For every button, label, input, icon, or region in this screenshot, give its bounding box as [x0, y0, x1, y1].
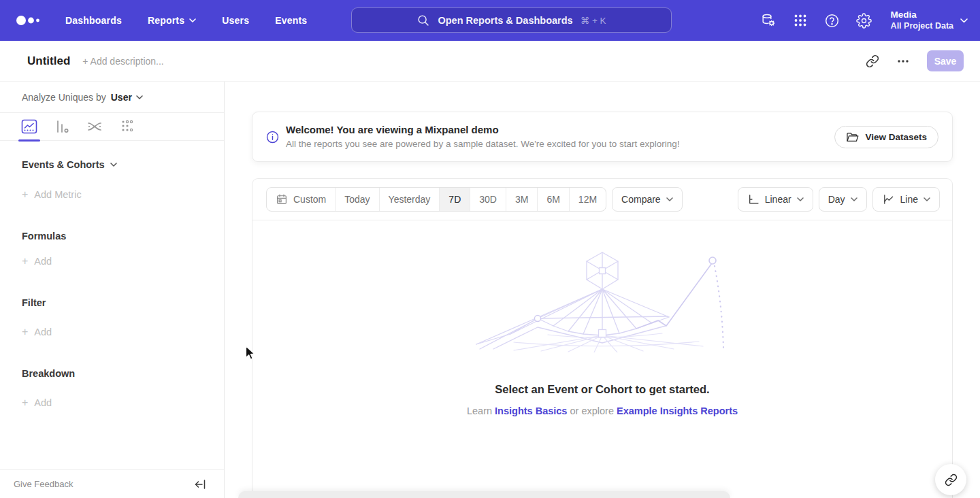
- date-range-6m[interactable]: 6M: [538, 188, 569, 211]
- events-cohorts-header[interactable]: Events & Cohorts: [22, 159, 224, 170]
- report-card: Custom Today Yesterday 7D 30D 3M 6M 12M …: [252, 178, 953, 498]
- chart-empty-state: Select an Event or Cohort to get started…: [252, 247, 952, 416]
- apps-grid-icon[interactable]: [793, 13, 808, 28]
- chevron-down-icon: [960, 18, 968, 23]
- date-range-yesterday[interactable]: Yesterday: [380, 188, 440, 211]
- date-range-custom[interactable]: Custom: [267, 188, 336, 211]
- banner-title: Welcome! You are viewing a Mixpanel demo: [286, 122, 680, 137]
- empty-state-illustration: [473, 247, 732, 352]
- data-management-icon[interactable]: [760, 12, 777, 29]
- share-link-fab[interactable]: [935, 464, 966, 495]
- date-range-30d[interactable]: 30D: [470, 188, 506, 211]
- global-search[interactable]: Open Reports & Dashboards ⌘ + K: [351, 7, 672, 33]
- chart-controls-row: Custom Today Yesterday 7D 30D 3M 6M 12M …: [252, 179, 952, 220]
- nav-events[interactable]: Events: [275, 15, 307, 26]
- insights-basics-link[interactable]: Insights Basics: [495, 405, 567, 416]
- breakdown-header: Breakdown: [22, 368, 224, 379]
- view-datasets-button[interactable]: View Datasets: [834, 126, 938, 148]
- nav-right-cluster: Media All Project Data: [760, 0, 968, 41]
- top-nav: Dashboards Reports Users Events Open Rep…: [0, 0, 980, 41]
- gear-icon[interactable]: [856, 13, 872, 29]
- more-options-icon[interactable]: [897, 59, 909, 63]
- add-breakdown-button[interactable]: +Add: [22, 397, 224, 409]
- chevron-down-icon: [189, 18, 196, 22]
- search-shortcut: ⌘ + K: [581, 15, 606, 26]
- formulas-header: Formulas: [22, 231, 224, 242]
- report-title-bar: Untitled + Add description... Save: [0, 41, 980, 82]
- give-feedback-link[interactable]: Give Feedback: [14, 479, 73, 489]
- empty-state-subtitle: Learn Insights Basics or explore Example…: [252, 405, 952, 416]
- search-placeholder: Open Reports & Dashboards: [438, 15, 572, 26]
- info-icon: [266, 131, 279, 144]
- filter-header: Filter: [22, 297, 224, 308]
- primary-nav: Dashboards Reports Users Events: [65, 15, 307, 26]
- tab-flow-chart[interactable]: [86, 113, 103, 141]
- demo-welcome-banner: Welcome! You are viewing a Mixpanel demo…: [252, 112, 953, 162]
- bottom-tray[interactable]: [238, 491, 730, 498]
- nav-users[interactable]: Users: [222, 15, 249, 26]
- chart-type-tabs: [0, 113, 224, 141]
- date-range-12m[interactable]: 12M: [570, 188, 606, 211]
- copy-link-icon[interactable]: [866, 54, 879, 68]
- report-canvas: Welcome! You are viewing a Mixpanel demo…: [225, 82, 980, 498]
- nav-reports[interactable]: Reports: [148, 15, 196, 26]
- project-name: Media: [891, 10, 953, 21]
- date-range-segmented-control: Custom Today Yesterday 7D 30D 3M 6M 12M: [266, 187, 606, 212]
- chart-type-dropdown[interactable]: Line: [872, 187, 940, 212]
- linear-axis-icon: [747, 193, 760, 205]
- folder-icon: [846, 131, 859, 143]
- mixpanel-logo[interactable]: [15, 14, 42, 27]
- add-description[interactable]: + Add description...: [82, 56, 163, 67]
- scale-dropdown[interactable]: Linear: [738, 187, 813, 212]
- date-range-7d[interactable]: 7D: [440, 188, 470, 211]
- date-range-3m[interactable]: 3M: [506, 188, 538, 211]
- empty-state-title: Select an Event or Cohort to get started…: [252, 383, 952, 396]
- nav-dashboards[interactable]: Dashboards: [65, 15, 122, 26]
- line-chart-icon: [882, 193, 895, 205]
- report-title[interactable]: Untitled: [27, 54, 70, 68]
- analyze-label: Analyze Uniques by: [22, 92, 106, 103]
- add-metric-button[interactable]: +Add Metric: [22, 188, 224, 201]
- compare-dropdown[interactable]: Compare: [612, 187, 683, 212]
- calendar-icon: [276, 193, 288, 205]
- search-icon: [416, 14, 430, 27]
- banner-subtitle: All the reports you see are powered by a…: [286, 137, 680, 151]
- project-selector[interactable]: Media All Project Data: [891, 10, 968, 32]
- date-range-today[interactable]: Today: [336, 188, 379, 211]
- tab-line-chart[interactable]: [20, 113, 38, 141]
- tab-bar-chart[interactable]: [53, 113, 71, 141]
- save-button[interactable]: Save: [927, 50, 964, 71]
- project-scope: All Project Data: [891, 21, 953, 32]
- add-formula-button[interactable]: +Add: [22, 255, 224, 267]
- collapse-sidebar-icon[interactable]: [195, 479, 206, 490]
- help-icon[interactable]: [824, 13, 840, 29]
- analyze-by-dropdown[interactable]: User: [111, 92, 143, 103]
- tab-metric[interactable]: [118, 113, 136, 141]
- example-insights-reports-link[interactable]: Example Insights Reports: [617, 405, 738, 416]
- interval-dropdown[interactable]: Day: [819, 187, 867, 212]
- add-filter-button[interactable]: +Add: [22, 326, 224, 338]
- query-builder-sidebar: Analyze Uniques by User: [0, 82, 225, 498]
